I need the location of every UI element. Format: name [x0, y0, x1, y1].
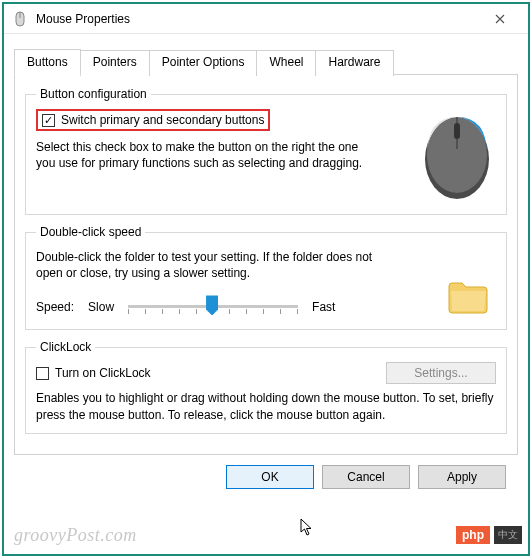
ok-button[interactable]: OK — [226, 465, 314, 489]
tab-buttons[interactable]: Buttons — [14, 49, 81, 75]
checkbox-clicklock[interactable] — [36, 367, 49, 380]
clicklock-desc: Enables you to highlight or drag without… — [36, 390, 496, 422]
group-clicklock: ClickLock Turn on ClickLock Settings... … — [25, 340, 507, 433]
speed-slider[interactable] — [128, 295, 298, 319]
titlebar[interactable]: Mouse Properties — [4, 4, 528, 34]
group-clicklock-legend: ClickLock — [36, 340, 95, 354]
apply-button[interactable]: Apply — [418, 465, 506, 489]
window-frame: Mouse Properties Buttons Pointers Pointe… — [2, 2, 530, 556]
dialog-button-row: OK Cancel Apply — [14, 455, 518, 489]
fast-label: Fast — [312, 300, 335, 314]
tab-pointers[interactable]: Pointers — [80, 50, 150, 76]
dialog-body: Buttons Pointers Pointer Options Wheel H… — [4, 34, 528, 489]
tab-hardware[interactable]: Hardware — [315, 50, 393, 76]
window-title: Mouse Properties — [36, 12, 480, 26]
group-button-config-legend: Button configuration — [36, 87, 151, 101]
checkbox-clicklock-label[interactable]: Turn on ClickLock — [55, 366, 151, 380]
php-badge-label: php — [456, 526, 490, 544]
mouse-icon — [12, 11, 28, 27]
group-button-config: Button configuration Switch primary and … — [25, 87, 507, 215]
tab-pointer-options[interactable]: Pointer Options — [149, 50, 258, 76]
cancel-button[interactable]: Cancel — [322, 465, 410, 489]
folder-icon — [446, 276, 490, 316]
php-badge: php 中文 — [456, 526, 522, 544]
checkbox-switch-buttons[interactable] — [42, 114, 55, 127]
tab-wheel[interactable]: Wheel — [256, 50, 316, 76]
button-config-desc: Select this check box to make the button… — [36, 139, 366, 171]
speed-label: Speed: — [36, 300, 74, 314]
mouse-image-icon — [418, 109, 496, 201]
close-icon — [495, 14, 505, 24]
clicklock-settings-button: Settings... — [386, 362, 496, 384]
group-double-click-legend: Double-click speed — [36, 225, 145, 239]
double-click-desc: Double-click the folder to test your set… — [36, 249, 386, 281]
mouse-preview — [410, 109, 496, 204]
folder-test-target[interactable] — [446, 276, 496, 319]
watermark-text: groovyPost.com — [14, 525, 137, 546]
tab-strip: Buttons Pointers Pointer Options Wheel H… — [14, 48, 518, 75]
group-double-click: Double-click speed Double-click the fold… — [25, 225, 507, 330]
close-button[interactable] — [480, 5, 520, 33]
checkbox-switch-buttons-label[interactable]: Switch primary and secondary buttons — [61, 113, 264, 127]
highlight-box: Switch primary and secondary buttons — [36, 109, 270, 131]
tab-pane-buttons: Button configuration Switch primary and … — [14, 75, 518, 455]
slow-label: Slow — [88, 300, 114, 314]
cn-badge-label: 中文 — [494, 526, 522, 544]
